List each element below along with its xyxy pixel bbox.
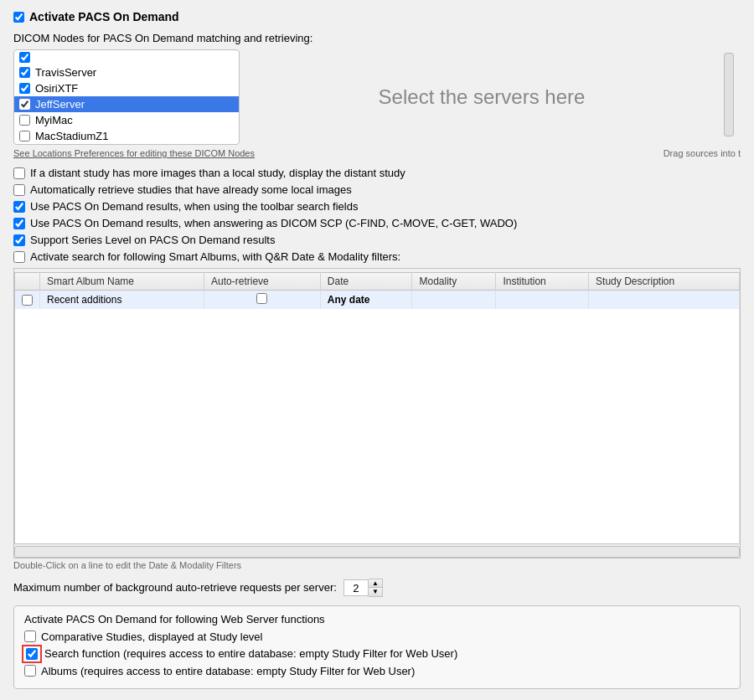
checkbox-row-1: If a distant study has more images than …	[13, 167, 741, 179]
checkbox-distant-study-label: If a distant study has more images than …	[30, 167, 405, 179]
col-auto-retrieve: Auto-retrieve	[204, 273, 321, 291]
server-checkbox-myimac[interactable]	[19, 115, 30, 126]
servers-section: TravisServer OsiriXTF JeffServer MyiMac …	[13, 49, 741, 145]
checkbox-distant-study[interactable]	[13, 167, 25, 179]
checkbox-dicom-scp-label: Use PACS On Demand results, when answeri…	[30, 217, 517, 229]
activate-pacs-header: Activate PACS On Demand	[13, 10, 741, 23]
col-institution: Institution	[496, 273, 589, 291]
table-empty-space	[15, 309, 740, 543]
checkbox-comparative-studies[interactable]	[24, 631, 36, 642]
stepper-buttons: ▲ ▼	[369, 579, 383, 597]
server-list: TravisServer OsiriXTF JeffServer MyiMac …	[13, 49, 240, 145]
row-institution	[496, 291, 589, 310]
server-item-travis[interactable]: TravisServer	[14, 64, 239, 80]
table-container: Smart Album Name Auto-retrieve Date Moda…	[13, 268, 741, 558]
server-item-macstadium[interactable]: MacStadiumZ1	[14, 128, 239, 144]
horizontal-scrollbar[interactable]	[14, 546, 740, 558]
server-item-jeff[interactable]: JeffServer	[14, 96, 239, 112]
server-item-osiri[interactable]: OsiriXTF	[14, 80, 239, 96]
activate-pacs-label: Activate PACS On Demand	[29, 10, 179, 23]
checkbox-row-3: Use PACS On Demand results, when using t…	[13, 200, 741, 213]
locations-link[interactable]: See Locations Preferences for editing th…	[13, 148, 255, 158]
drag-hint: Drag sources into t	[664, 148, 741, 158]
checkbox-comparative-studies-label: Comparative Studies, displayed at Study …	[41, 631, 262, 643]
stepper-down-button[interactable]: ▼	[369, 588, 382, 596]
checkbox-albums[interactable]	[24, 665, 36, 677]
web-server-row-3: Albums (requires access to entire databa…	[24, 665, 730, 677]
right-scrollbar-area	[724, 49, 741, 145]
table-body: Recent additions Any date	[15, 291, 740, 544]
row-modality	[412, 291, 496, 310]
col-checkbox	[15, 273, 40, 291]
checkbox-auto-retrieve-label: Automatically retrieve studies that have…	[30, 183, 352, 196]
server-checkbox-osiri[interactable]	[19, 83, 30, 94]
web-server-title: Activate PACS On Demand for following We…	[24, 613, 730, 625]
web-server-row-1: Comparative Studies, displayed at Study …	[24, 631, 730, 643]
server-checkbox-macstadium[interactable]	[19, 131, 30, 142]
col-album-name: Smart Album Name	[40, 273, 204, 291]
server-item-myimac[interactable]: MyiMac	[14, 112, 239, 128]
checkbox-auto-retrieve[interactable]	[13, 184, 25, 196]
stepper-value: 2	[343, 579, 369, 596]
stepper-up-button[interactable]: ▲	[369, 579, 382, 588]
table-header: Smart Album Name Auto-retrieve Date Moda…	[15, 273, 740, 291]
checkbox-row-5: Support Series Level on PACS On Demand r…	[13, 234, 741, 246]
server-label-travis: TravisServer	[35, 66, 96, 79]
web-server-section: Activate PACS On Demand for following We…	[13, 605, 741, 689]
max-requests-row: Maximum number of background auto-retrie…	[13, 579, 741, 597]
checkbox-row-2: Automatically retrieve studies that have…	[13, 183, 741, 196]
checkbox-row-6: Activate search for following Smart Albu…	[13, 250, 741, 263]
col-study-description: Study Description	[589, 273, 740, 291]
row-study-description	[589, 291, 740, 310]
table-row[interactable]: Recent additions Any date	[15, 291, 740, 310]
links-row: See Locations Preferences for editing th…	[13, 148, 741, 158]
checkbox-albums-label: Albums (requires access to entire databa…	[41, 665, 415, 677]
checkbox-series-level[interactable]	[13, 234, 25, 246]
row-checkbox-cell[interactable]	[15, 291, 40, 310]
checkbox-toolbar-search-label: Use PACS On Demand results, when using t…	[30, 200, 358, 213]
checkbox-smart-albums[interactable]	[13, 251, 25, 263]
max-requests-label: Maximum number of background auto-retrie…	[13, 581, 337, 594]
server-item-blank[interactable]	[14, 50, 239, 64]
col-date: Date	[320, 273, 412, 291]
activate-pacs-checkbox[interactable]	[13, 12, 24, 23]
smart-albums-table: Smart Album Name Auto-retrieve Date Moda…	[14, 272, 740, 544]
dicom-nodes-label: DICOM Nodes for PACS On Demand matching …	[13, 32, 741, 44]
checkbox-row-4: Use PACS On Demand results, when answeri…	[13, 217, 741, 229]
select-servers-text: Select the servers here	[379, 85, 586, 109]
server-checkbox-blank[interactable]	[19, 52, 30, 63]
right-scrollbar[interactable]	[724, 53, 734, 136]
checkbox-search-function[interactable]	[26, 648, 38, 660]
smart-albums-section: Smart Album Name Auto-retrieve Date Moda…	[13, 268, 741, 558]
requests-stepper: 2 ▲ ▼	[343, 579, 383, 597]
row-auto-retrieve-checkbox[interactable]	[256, 293, 267, 304]
server-label-macstadium: MacStadiumZ1	[35, 130, 108, 142]
row-auto-retrieve[interactable]	[204, 291, 321, 310]
checkbox-toolbar-search[interactable]	[13, 201, 25, 213]
row-checkbox[interactable]	[22, 295, 33, 306]
search-function-highlight	[24, 647, 39, 661]
checkbox-search-function-label: Search function (requires access to enti…	[44, 647, 457, 660]
web-server-row-2: Search function (requires access to enti…	[24, 647, 730, 661]
row-date: Any date	[320, 291, 412, 310]
checkbox-smart-albums-label: Activate search for following Smart Albu…	[30, 250, 400, 263]
col-modality: Modality	[412, 273, 496, 291]
options-section: If a distant study has more images than …	[13, 167, 741, 263]
double-click-hint: Double-Click on a line to edit the Date …	[13, 560, 741, 570]
server-placeholder: Select the servers here	[240, 49, 724, 145]
checkbox-dicom-scp[interactable]	[13, 218, 25, 229]
row-album-name: Recent additions	[40, 291, 204, 310]
server-label-jeff: JeffServer	[35, 98, 85, 111]
checkbox-series-level-label: Support Series Level on PACS On Demand r…	[30, 234, 275, 246]
server-label-myimac: MyiMac	[35, 114, 73, 126]
server-checkbox-travis[interactable]	[19, 67, 30, 78]
server-label-osiri: OsiriXTF	[35, 82, 78, 95]
server-checkbox-jeff[interactable]	[19, 99, 30, 110]
